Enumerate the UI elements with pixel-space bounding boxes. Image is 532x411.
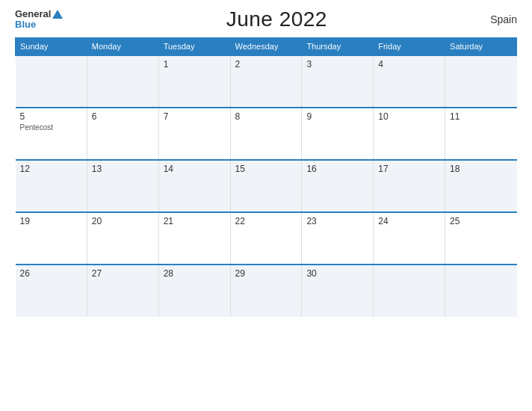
day-number: 9 xyxy=(306,111,368,122)
calendar-week-row: 2627282930 xyxy=(16,265,517,317)
calendar-cell: 18 xyxy=(445,160,517,212)
calendar-cell xyxy=(445,265,517,317)
calendar-cell: 2 xyxy=(230,55,302,108)
day-number: 24 xyxy=(378,216,440,226)
day-number: 3 xyxy=(306,59,368,69)
calendar-cell: 29 xyxy=(230,265,302,317)
calendar-cell: 13 xyxy=(87,160,158,212)
country-label: Spain xyxy=(490,13,517,25)
day-number: 5 xyxy=(20,111,82,122)
calendar-cell: 22 xyxy=(230,212,302,265)
day-number: 21 xyxy=(164,216,226,226)
calendar-cell: 14 xyxy=(158,160,230,212)
day-number: 7 xyxy=(164,111,226,122)
calendar-cell: 16 xyxy=(302,160,374,212)
calendar-cell: 27 xyxy=(87,265,158,317)
calendar-cell: 17 xyxy=(374,160,445,212)
calendar-cell: 12 xyxy=(16,160,87,212)
calendar-cell: 15 xyxy=(230,160,302,212)
calendar-cell xyxy=(16,55,87,108)
day-number: 16 xyxy=(306,164,368,174)
page-header: General Blue June 2022 Spain xyxy=(15,7,517,31)
calendar-cell xyxy=(87,55,158,108)
calendar-cell: 25 xyxy=(445,212,517,265)
calendar-cell: 9 xyxy=(302,108,374,160)
header-sunday: Sunday xyxy=(16,38,87,56)
header-thursday: Thursday xyxy=(302,38,374,56)
day-number: 27 xyxy=(92,268,154,279)
calendar-cell: 28 xyxy=(158,265,230,317)
calendar-cell: 7 xyxy=(158,108,230,160)
day-number: 8 xyxy=(235,111,297,122)
header-wednesday: Wednesday xyxy=(230,38,302,56)
day-number: 1 xyxy=(164,59,226,69)
calendar-cell xyxy=(374,265,445,317)
logo-blue-text: Blue xyxy=(15,19,36,30)
header-friday: Friday xyxy=(374,38,445,56)
calendar-week-row: 19202122232425 xyxy=(16,212,517,265)
day-number: 22 xyxy=(235,216,297,226)
logo: General Blue xyxy=(15,9,63,31)
day-number: 25 xyxy=(450,216,512,226)
calendar-cell: 30 xyxy=(302,265,374,317)
calendar-cell: 26 xyxy=(16,265,87,317)
day-number: 14 xyxy=(164,164,226,174)
logo-triangle-icon xyxy=(52,10,63,19)
calendar-cell: 3 xyxy=(302,55,374,108)
calendar-cell: 8 xyxy=(230,108,302,160)
day-number: 15 xyxy=(235,164,297,174)
day-number: 17 xyxy=(378,164,440,174)
day-number: 11 xyxy=(450,111,512,122)
logo-general-text: General xyxy=(15,9,51,19)
day-number: 4 xyxy=(378,59,440,69)
event-text: Pentecost xyxy=(20,123,82,132)
day-number: 26 xyxy=(20,268,82,279)
calendar-title: June 2022 xyxy=(226,7,327,31)
calendar-cell: 11 xyxy=(445,108,517,160)
day-number: 13 xyxy=(92,164,154,174)
day-number: 29 xyxy=(235,268,297,279)
day-number: 18 xyxy=(450,164,512,174)
calendar-cell: 24 xyxy=(374,212,445,265)
calendar-week-row: 12131415161718 xyxy=(16,160,517,212)
day-number: 2 xyxy=(235,59,297,69)
calendar-cell: 21 xyxy=(158,212,230,265)
day-number: 20 xyxy=(92,216,154,226)
header-saturday: Saturday xyxy=(445,38,517,56)
day-number: 6 xyxy=(92,111,154,122)
calendar-cell xyxy=(445,55,517,108)
calendar-cell: 4 xyxy=(374,55,445,108)
calendar-cell: 20 xyxy=(87,212,158,265)
day-number: 10 xyxy=(378,111,440,122)
weekday-header-row: Sunday Monday Tuesday Wednesday Thursday… xyxy=(16,38,517,56)
calendar-cell: 10 xyxy=(374,108,445,160)
day-number: 23 xyxy=(306,216,368,226)
day-number: 28 xyxy=(164,268,226,279)
calendar-cell: 1 xyxy=(158,55,230,108)
calendar-cell: 6 xyxy=(87,108,158,160)
calendar-week-row: 1234 xyxy=(16,55,517,108)
header-tuesday: Tuesday xyxy=(158,38,230,56)
calendar-cell: 19 xyxy=(16,212,87,265)
calendar-week-row: 5Pentecost67891011 xyxy=(16,108,517,160)
calendar-table: Sunday Monday Tuesday Wednesday Thursday… xyxy=(15,37,517,317)
calendar-cell: 5Pentecost xyxy=(16,108,87,160)
day-number: 12 xyxy=(20,164,82,174)
calendar-cell: 23 xyxy=(302,212,374,265)
day-number: 19 xyxy=(20,216,82,226)
header-monday: Monday xyxy=(87,38,158,56)
day-number: 30 xyxy=(306,268,368,279)
